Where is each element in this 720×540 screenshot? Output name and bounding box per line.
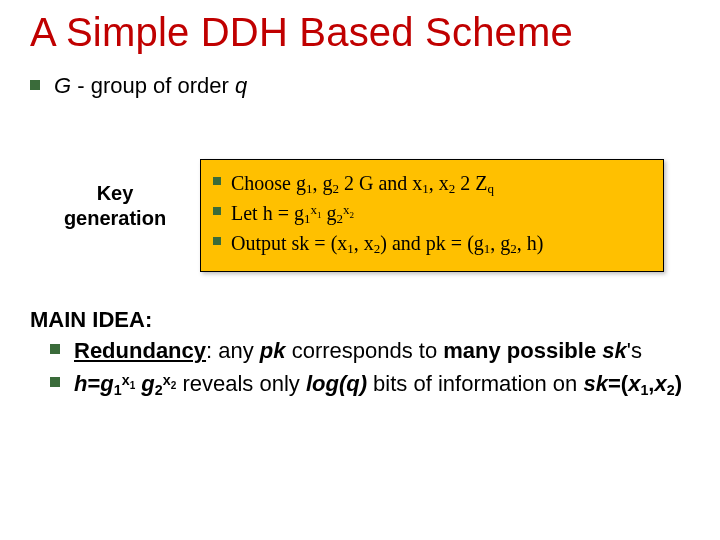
bullet-icon xyxy=(213,207,221,215)
t: h xyxy=(527,232,537,254)
t: Output xyxy=(231,232,292,254)
main-idea-head: MAIN IDEA: xyxy=(30,307,690,333)
t: , xyxy=(313,172,323,194)
intro-mid: - group of order xyxy=(71,73,235,98)
kg-item-choose: Choose g1, g2 2 G and x1, x2 2 Zq xyxy=(213,170,653,198)
t: many possible xyxy=(443,338,602,363)
t: g xyxy=(326,202,336,224)
t: g xyxy=(141,371,154,396)
bullet-icon xyxy=(50,344,60,354)
t: g xyxy=(474,232,484,254)
main-idea-block: MAIN IDEA: Redundancy: any pk correspond… xyxy=(30,307,690,399)
t: g xyxy=(323,172,333,194)
t: q xyxy=(488,181,495,196)
t: and xyxy=(373,172,412,194)
bullet-icon xyxy=(50,377,60,387)
t: ) xyxy=(675,371,682,396)
t: , xyxy=(429,172,439,194)
t: x xyxy=(439,172,449,194)
t: x xyxy=(122,372,130,388)
kg-l1: Key xyxy=(97,182,134,204)
bullet-icon xyxy=(30,80,40,90)
t: Z xyxy=(475,172,487,194)
t: = ( xyxy=(309,232,337,254)
t: 2 xyxy=(349,210,354,220)
kg-out-text: Output sk = (x1, x2) and pk = (g1, g2, h… xyxy=(231,230,543,258)
t: 2 xyxy=(339,172,359,194)
mi1-text: Redundancy: any pk corresponds to many p… xyxy=(74,337,642,366)
bullet-icon xyxy=(213,237,221,245)
t: 's xyxy=(627,338,642,363)
t: = ( xyxy=(446,232,474,254)
t: 2 xyxy=(455,172,475,194)
t: x xyxy=(412,172,422,194)
t: reveals only xyxy=(176,371,306,396)
t: ) and xyxy=(380,232,426,254)
slide: A Simple DDH Based Scheme G - group of o… xyxy=(0,0,720,540)
keygen-label: Key generation xyxy=(30,159,200,231)
t: , xyxy=(517,232,527,254)
kg-item-output: Output sk = (x1, x2) and pk = (g1, g2, h… xyxy=(213,230,653,258)
keygen-box: Choose g1, g2 2 G and x1, x2 2 Zq Let h … xyxy=(200,159,664,272)
mi2-text: h=g1x1 g2x2 reveals only log(q) bits of … xyxy=(74,370,682,399)
intro-q: q xyxy=(235,73,247,98)
t: G xyxy=(359,172,373,194)
kg-let-text: Let h = g1x1 g2x2 xyxy=(231,200,354,228)
t: x xyxy=(337,232,347,254)
t: log(q) xyxy=(306,371,367,396)
t: Choose xyxy=(231,172,296,194)
t: g xyxy=(296,172,306,194)
t: Let xyxy=(231,202,263,224)
t: x xyxy=(163,372,171,388)
bullet-icon xyxy=(213,177,221,185)
t: =( xyxy=(608,371,628,396)
t: sk xyxy=(583,371,607,396)
t: g xyxy=(100,371,113,396)
t: sk xyxy=(602,338,626,363)
t: g xyxy=(500,232,510,254)
t: x xyxy=(654,371,666,396)
main-idea-item-1: Redundancy: any pk corresponds to many p… xyxy=(50,337,690,366)
t: h xyxy=(74,371,87,396)
t: , xyxy=(354,232,364,254)
intro-row: G - group of order q xyxy=(30,73,690,99)
kg-item-let: Let h = g1x1 g2x2 xyxy=(213,200,653,228)
t: 2 xyxy=(667,382,675,398)
t: bits of information on xyxy=(367,371,583,396)
intro-G: G xyxy=(54,73,71,98)
t: g xyxy=(294,202,304,224)
t: pk xyxy=(426,232,446,254)
t: h xyxy=(263,202,273,224)
t: ) xyxy=(537,232,544,254)
main-idea-item-2: h=g1x1 g2x2 reveals only log(q) bits of … xyxy=(50,370,690,399)
t: , xyxy=(490,232,500,254)
t: 1 xyxy=(114,382,122,398)
kg-choose-text: Choose g1, g2 2 G and x1, x2 2 Zq xyxy=(231,170,494,198)
t: x xyxy=(628,371,640,396)
t: 2 xyxy=(155,382,163,398)
t: corresponds to xyxy=(286,338,444,363)
kg-l2: generation xyxy=(64,207,166,229)
t: : any xyxy=(206,338,260,363)
t: = xyxy=(273,202,294,224)
keygen-block: Key generation Choose g1, g2 2 G and x1,… xyxy=(30,159,690,272)
t: = xyxy=(87,371,100,396)
t: Redundancy xyxy=(74,338,206,363)
t: x xyxy=(364,232,374,254)
t: pk xyxy=(260,338,286,363)
slide-title: A Simple DDH Based Scheme xyxy=(30,10,690,55)
intro-text: G - group of order q xyxy=(54,73,247,99)
t: sk xyxy=(292,232,310,254)
